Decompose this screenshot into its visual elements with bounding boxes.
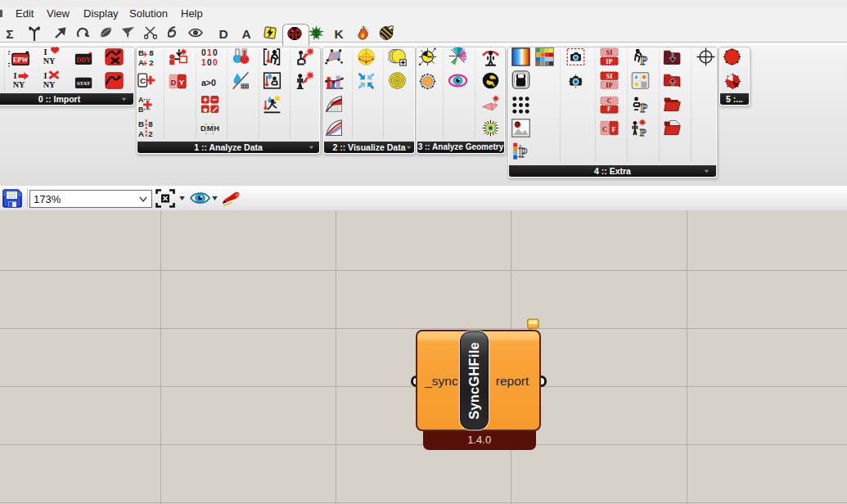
svg-text:F: F xyxy=(607,106,611,113)
svg-text:1: 1 xyxy=(207,48,212,57)
svg-text:STAT: STAT xyxy=(77,80,91,86)
svg-text:DDY: DDY xyxy=(76,56,90,64)
svg-text:NY: NY xyxy=(43,80,56,89)
svg-text:M: M xyxy=(207,124,214,133)
svg-text:a>0: a>0 xyxy=(201,78,216,88)
svg-text:A: A xyxy=(138,129,144,137)
svg-text:0: 0 xyxy=(201,48,206,57)
svg-text:P: P xyxy=(641,55,648,66)
svg-text:IP: IP xyxy=(606,82,612,89)
svg-text:B···: B··· xyxy=(138,106,151,114)
svg-text:IP: IP xyxy=(606,58,612,65)
svg-text:SI: SI xyxy=(606,49,613,56)
svg-text:F: F xyxy=(611,126,615,133)
svg-text:H: H xyxy=(214,124,219,133)
svg-text:0: 0 xyxy=(213,48,218,57)
svg-text:I: I xyxy=(44,47,47,56)
svg-text:3: 3 xyxy=(519,143,522,149)
svg-text:P: P xyxy=(641,102,648,114)
svg-text:A···: A··· xyxy=(138,96,151,104)
svg-text:1: 1 xyxy=(201,58,206,66)
svg-text:P: P xyxy=(640,126,647,137)
svg-text:+: + xyxy=(142,58,147,66)
svg-text:C: C xyxy=(602,126,607,133)
svg-text:D: D xyxy=(171,79,177,87)
svg-text:0: 0 xyxy=(213,58,218,66)
svg-text:D: D xyxy=(200,124,206,133)
svg-text:C: C xyxy=(607,97,612,105)
svg-text:EPW: EPW xyxy=(13,56,29,64)
svg-text:I: I xyxy=(44,71,47,80)
svg-text:Y: Y xyxy=(179,79,185,87)
svg-text:8: 8 xyxy=(149,48,154,57)
svg-text:2: 2 xyxy=(148,129,153,137)
svg-text:B: B xyxy=(138,119,144,128)
svg-text:0: 0 xyxy=(207,58,212,66)
svg-text:C: C xyxy=(140,76,146,85)
svg-text:2: 2 xyxy=(149,58,154,66)
svg-text:NY: NY xyxy=(13,80,25,89)
svg-text:8: 8 xyxy=(148,119,153,128)
svg-text:NY: NY xyxy=(43,56,56,65)
svg-text:I: I xyxy=(14,71,17,80)
svg-text:SI: SI xyxy=(606,73,613,80)
